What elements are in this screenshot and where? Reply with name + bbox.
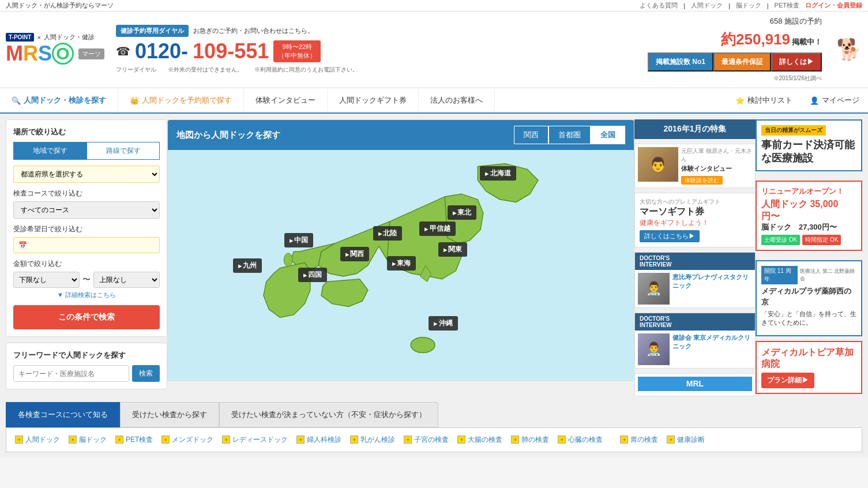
doctor-card-1-clinic: 恵比寿プレナヴィスタクリニック: [672, 273, 752, 291]
medtopia-ad[interactable]: メディカルトピア草加病院 プラン詳細▶: [756, 341, 862, 395]
tab-search-exam[interactable]: 受けたい検査から探す: [120, 402, 219, 427]
region-hokuriku[interactable]: 北陸: [373, 226, 402, 241]
ad-card-renewal[interactable]: リニューアルオープン！ 人間ドック 35,000円〜 脳ドック 27,300円〜…: [756, 181, 862, 251]
badge-time: 時間指定 OK: [802, 235, 841, 245]
region-okinawa[interactable]: 沖縄: [429, 316, 457, 331]
detail-btn[interactable]: 詳しくは▶: [771, 52, 822, 72]
nav-search-order[interactable]: 👑 人間ドックを予約順で探す: [118, 88, 244, 112]
stats-note: ※2015/1/26社調べ: [773, 74, 822, 82]
faq-link[interactable]: よくある質問: [640, 1, 678, 10]
person-icon: 👤: [810, 96, 819, 105]
region-tohoku[interactable]: 東北: [448, 205, 476, 220]
prefecture-select[interactable]: 都道府県を選択する: [13, 166, 160, 183]
medtopia-cta-btn[interactable]: プラン詳細▶: [761, 373, 814, 388]
interview1-subtitle: 体験インタビュー: [681, 164, 752, 173]
tpoint-logo: T-POINT: [6, 33, 34, 42]
map-container: 地図から人間ドックを探す 関西 首都圏 全国: [167, 119, 634, 381]
exam-shinzou[interactable]: + 心臓の検査: [558, 435, 603, 445]
region-kansai[interactable]: 関西: [340, 247, 369, 261]
tab-zenkoku[interactable]: 全国: [591, 126, 625, 144]
exam-ladies-dock[interactable]: + レディースドック: [222, 435, 288, 445]
japan-map-wrapper: 北海道 東北 北陸 甲信越 関東 東海 関西 中国 四国 九州 沖縄: [168, 150, 634, 381]
exam-i[interactable]: + 胃の検査: [620, 435, 658, 445]
exam-icon-ningen: +: [15, 436, 23, 444]
nav-search-clinic[interactable]: 🔍 人間ドック・検診を探す: [0, 88, 118, 112]
region-chugoku[interactable]: 中国: [284, 233, 313, 247]
exam-nyugan[interactable]: + 乳がん検診: [350, 435, 395, 445]
exam-pet[interactable]: + PET検査: [115, 435, 153, 445]
price-min-select[interactable]: 下限なし: [13, 272, 80, 288]
login-link[interactable]: ログイン・会員登録: [805, 1, 862, 10]
main-nav: 🔍 人間ドック・検診を探す 👑 人間ドックを予約順で探す 体験インタビュー 人間…: [0, 88, 868, 114]
doctor-card-1[interactable]: DOCTOR'S INTERVIEW 👨‍⚕️ 恵比寿プレナヴィスタクリニック: [634, 252, 756, 308]
exam-fujin[interactable]: + 婦人科検診: [296, 435, 341, 445]
stats-count: 約250,919: [721, 29, 790, 50]
interview1-link-btn[interactable]: 体験談を読む: [681, 176, 723, 185]
region-kyushu[interactable]: 九州: [233, 258, 262, 273]
route-btn[interactable]: 路線で探す: [87, 142, 160, 160]
pet-link[interactable]: PET検査: [775, 1, 799, 10]
cross-symbol: ×: [37, 34, 40, 41]
exam-hai[interactable]: + 肺の検査: [511, 435, 549, 445]
price-max-select[interactable]: 上限なし: [93, 272, 160, 288]
region-tokai[interactable]: 東海: [387, 256, 416, 271]
course-select[interactable]: すべてのコース: [13, 201, 160, 219]
brain-dock-link[interactable]: 脳ドック: [736, 1, 761, 10]
mrl-card[interactable]: MRL: [634, 373, 756, 396]
gift-link-btn[interactable]: 詳しくはこちら▶: [640, 230, 700, 242]
freeword-search-btn[interactable]: 検索: [132, 365, 160, 382]
freeword-input[interactable]: [13, 365, 129, 382]
area-btn[interactable]: 地域で探す: [13, 142, 87, 160]
svg-point-1: [411, 337, 435, 353]
phone-notes: フリーダイヤル ※外米の受付はできません。 ※利用規約に同意のうえお電話下さい。: [116, 66, 358, 74]
price-label: 金額で絞り込む: [13, 259, 160, 269]
region-shikoku[interactable]: 四国: [298, 268, 327, 282]
stats-area: 658 施設の予約 約250,919 掲載中！ 掲載施設数 No1 最適条件保証…: [648, 16, 822, 82]
exam-shikyu[interactable]: + 子宮の検査: [404, 435, 449, 445]
stats-count-row: 約250,919 掲載中！: [721, 29, 822, 50]
mrso-logo[interactable]: M R S O マーソ: [6, 42, 104, 66]
stats-unit: 掲載中！: [792, 37, 822, 47]
interview-card-1[interactable]: 👨 元巨人軍 槇原さん・元木さん 体験インタビュー 体験談を読む: [634, 144, 756, 188]
ad-tag-payment: 当日の精算がスムーズ: [761, 125, 826, 136]
region-kanto[interactable]: 関東: [438, 242, 467, 257]
bottom-section: 各検査コースについて知る 受けたい検査から探す 受けたい検査が決まっていない方（…: [0, 402, 868, 458]
ad-card-payment[interactable]: 当日の精算がスムーズ 事前カード決済可能な医療施設: [756, 119, 862, 171]
gift-card[interactable]: 大切な方へのプレミアムギフト マーソギフト券 健康をギフトしよう！ 詳しくはこち…: [634, 193, 756, 247]
exam-icon-ladies: +: [222, 436, 230, 444]
mrso-s: S: [38, 42, 52, 66]
hospital-ad[interactable]: 開院 11 周年 医療法人 第二 北野薬師会 メディカルプラザ薬師西の京 「安心…: [756, 260, 862, 336]
guarantee-btn[interactable]: 最適条件保証: [713, 52, 771, 72]
date-label: 受診希望日で絞り込む: [13, 224, 160, 234]
exam-brain-dock[interactable]: + 脳ドック: [69, 435, 107, 445]
date-input[interactable]: 📅: [13, 237, 160, 253]
advanced-search-link[interactable]: ▼ 詳細検索はこちら: [13, 291, 160, 299]
feature-2016-title: 2016年1月の特集: [634, 119, 756, 139]
tpoint-area: T-POINT × 人間ドック・健診: [6, 33, 104, 42]
price-tilde: 〜: [82, 275, 91, 285]
search-button[interactable]: この条件で検索: [13, 305, 160, 329]
phone-label: 健診予約専用ダイヤル: [116, 25, 189, 37]
tab-know-course[interactable]: 各検査コースについて知る: [6, 402, 120, 427]
tab-kansai[interactable]: 関西: [514, 126, 548, 144]
stats-title: 658 施設の予約: [770, 16, 822, 27]
doctor-card-2[interactable]: DOCTOR'S INTERVIEW 👨‍⚕️ 健診会 東京メディカルクリニック: [634, 313, 756, 369]
exam-daichou[interactable]: + 大腸の検査: [457, 435, 502, 445]
nav-mypage[interactable]: 👤 マイページ: [801, 88, 868, 112]
exam-mens-dock[interactable]: + メンズドック: [161, 435, 213, 445]
region-hokkaido[interactable]: 北海道: [480, 166, 516, 181]
phone-urgent: お急ぎのご予約・お問い合わせはこちら。: [193, 27, 314, 35]
exam-kenko[interactable]: + 健康診断: [667, 435, 705, 445]
nav-experience[interactable]: 体験インタビュー: [244, 88, 328, 112]
gift-subtitle: 健康をギフトしよう！: [640, 218, 750, 228]
nav-corporate[interactable]: 法人のお客様へ: [419, 88, 495, 112]
facilities-no1-btn[interactable]: 掲載施設数 No1: [648, 52, 713, 72]
nav-gift[interactable]: 人間ドックギフト券: [328, 88, 419, 112]
nav-consideration-list[interactable]: ⭐ 検討中リスト: [727, 88, 801, 112]
ningen-dock-link[interactable]: 人間ドック: [691, 1, 723, 10]
tab-shutoken[interactable]: 首都圏: [548, 126, 591, 144]
region-koshinetsu[interactable]: 甲信越: [419, 222, 455, 236]
exam-icon-fujin: +: [296, 436, 305, 444]
tab-search-symptom[interactable]: 受けたい検査が決まっていない方（不安・症状から探す）: [219, 402, 438, 427]
exam-ningen-dock[interactable]: + 人間ドック: [15, 435, 60, 445]
